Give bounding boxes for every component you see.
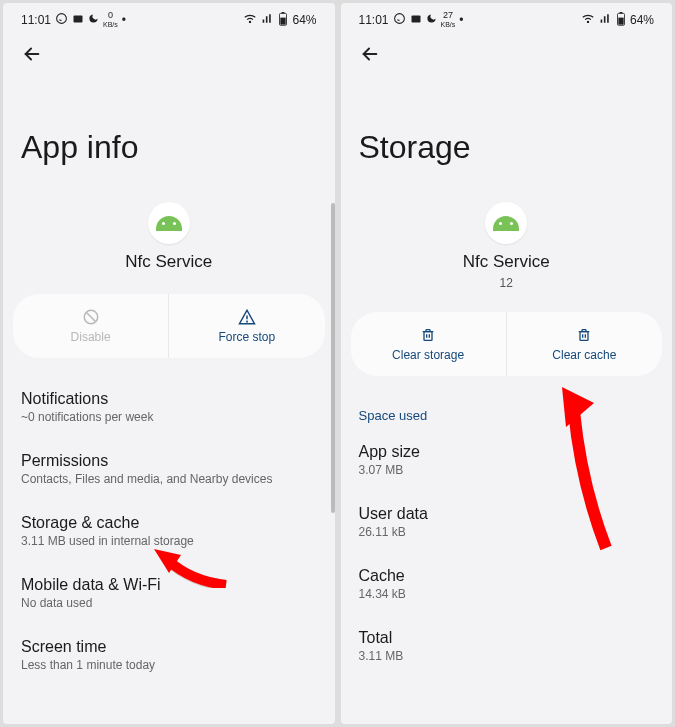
status-bar: 11:01 0 KB/s • — [3, 3, 335, 33]
item-screen-time[interactable]: Screen time Less than 1 minute today — [3, 624, 335, 686]
data-speed: 0 KB/s — [103, 11, 118, 29]
force-stop-label: Force stop — [219, 330, 276, 344]
disable-button: Disable — [13, 294, 168, 358]
svg-point-7 — [247, 321, 248, 322]
clear-storage-label: Clear storage — [392, 348, 464, 362]
clear-storage-button[interactable]: Clear storage — [351, 312, 506, 376]
item-permissions[interactable]: Permissions Contacts, Files and media, a… — [3, 438, 335, 500]
page-title: Storage — [341, 71, 673, 202]
item-storage-cache[interactable]: Storage & cache 3.11 MB used in internal… — [3, 500, 335, 562]
disable-label: Disable — [71, 330, 111, 344]
trash-icon — [419, 326, 437, 344]
action-buttons: Clear storage Clear cache — [351, 312, 663, 376]
svg-rect-13 — [618, 17, 623, 24]
whatsapp-icon — [393, 12, 406, 28]
item-app-size: App size 3.07 MB — [341, 429, 673, 491]
dot-icon: • — [122, 13, 126, 27]
storage-list: App size 3.07 MB User data 26.11 kB Cach… — [341, 429, 673, 677]
wifi-icon — [581, 12, 595, 29]
settings-list: Notifications ~0 notifications per week … — [3, 376, 335, 686]
screen-app-info: 11:01 0 KB/s • — [3, 3, 335, 724]
status-time: 11:01 — [21, 13, 51, 27]
item-cache: Cache 14.34 kB — [341, 553, 673, 615]
moon-icon — [426, 13, 437, 27]
clear-cache-label: Clear cache — [552, 348, 616, 362]
moon-icon — [88, 13, 99, 27]
page-title: App info — [3, 71, 335, 202]
signal-icon — [599, 12, 612, 28]
svg-rect-12 — [620, 12, 623, 13]
item-mobile-data[interactable]: Mobile data & Wi-Fi No data used — [3, 562, 335, 624]
svg-rect-4 — [282, 12, 285, 13]
battery-percent: 64% — [630, 13, 654, 27]
item-notifications[interactable]: Notifications ~0 notifications per week — [3, 376, 335, 438]
item-user-data: User data 26.11 kB — [341, 491, 673, 553]
svg-point-8 — [394, 14, 404, 24]
clear-cache-button[interactable]: Clear cache — [506, 312, 662, 376]
warning-icon — [238, 308, 256, 326]
svg-rect-15 — [580, 332, 588, 341]
app-header: Nfc Service — [3, 202, 335, 286]
dot-icon: • — [459, 13, 463, 27]
trash-icon — [575, 326, 593, 344]
app-version: 12 — [500, 276, 513, 290]
disable-icon — [82, 308, 100, 326]
app-name: Nfc Service — [125, 252, 212, 272]
message-icon — [72, 13, 84, 28]
app-name: Nfc Service — [463, 252, 550, 272]
message-icon — [410, 13, 422, 28]
app-header: Nfc Service 12 — [341, 202, 673, 304]
svg-point-0 — [57, 14, 67, 24]
back-button[interactable] — [359, 43, 381, 71]
svg-rect-5 — [281, 17, 286, 24]
scrollbar-thumb[interactable] — [331, 203, 335, 513]
whatsapp-icon — [55, 12, 68, 28]
app-icon — [148, 202, 190, 244]
action-buttons: Disable Force stop — [13, 294, 325, 358]
app-icon — [485, 202, 527, 244]
wifi-icon — [243, 12, 257, 29]
svg-rect-9 — [411, 15, 420, 22]
signal-icon — [261, 12, 274, 28]
force-stop-button[interactable]: Force stop — [168, 294, 324, 358]
svg-rect-1 — [74, 15, 83, 22]
svg-point-2 — [250, 21, 251, 22]
status-time: 11:01 — [359, 13, 389, 27]
section-label: Space used — [341, 394, 673, 429]
data-speed: 27 KB/s — [441, 11, 456, 29]
svg-point-10 — [587, 21, 588, 22]
item-total: Total 3.11 MB — [341, 615, 673, 677]
screen-storage: 11:01 27 KB/s • — [341, 3, 673, 724]
battery-icon — [278, 12, 288, 29]
status-bar: 11:01 27 KB/s • — [341, 3, 673, 33]
battery-icon — [616, 12, 626, 29]
back-button[interactable] — [21, 43, 43, 71]
svg-rect-14 — [424, 332, 432, 341]
battery-percent: 64% — [292, 13, 316, 27]
